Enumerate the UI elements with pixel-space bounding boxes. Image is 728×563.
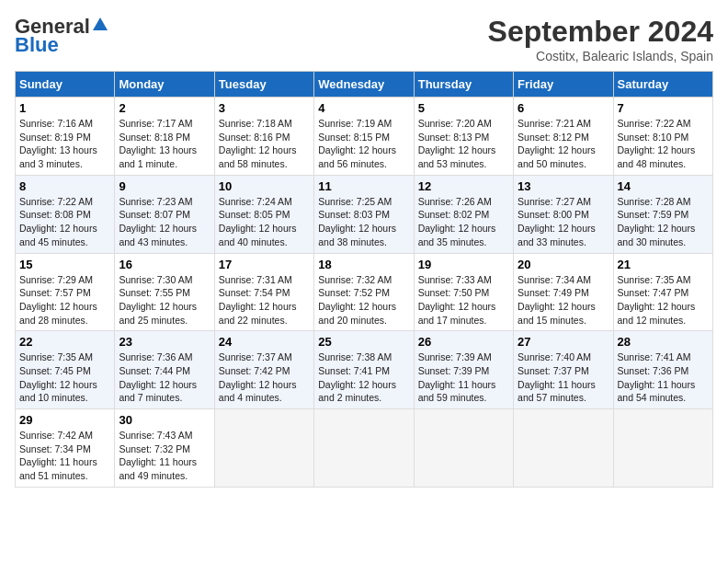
day-number: 11 bbox=[318, 179, 409, 193]
calendar-cell: 5Sunrise: 7:20 AMSunset: 8:13 PMDaylight… bbox=[414, 98, 513, 176]
day-detail: Sunrise: 7:18 AMSunset: 8:16 PMDaylight:… bbox=[219, 118, 297, 169]
calendar-cell bbox=[414, 409, 513, 488]
calendar-cell: 9Sunrise: 7:23 AMSunset: 8:07 PMDaylight… bbox=[115, 175, 214, 253]
calendar-cell: 14Sunrise: 7:28 AMSunset: 7:59 PMDayligh… bbox=[613, 175, 712, 253]
week-row-3: 15Sunrise: 7:29 AMSunset: 7:57 PMDayligh… bbox=[16, 253, 713, 331]
day-detail: Sunrise: 7:42 AMSunset: 7:34 PMDaylight:… bbox=[19, 430, 97, 481]
day-number: 12 bbox=[418, 179, 509, 193]
col-header-sunday: Sunday bbox=[16, 72, 115, 98]
day-detail: Sunrise: 7:22 AMSunset: 8:08 PMDaylight:… bbox=[19, 196, 97, 247]
day-detail: Sunrise: 7:27 AMSunset: 8:00 PMDaylight:… bbox=[518, 196, 596, 247]
calendar-cell: 4Sunrise: 7:19 AMSunset: 8:15 PMDaylight… bbox=[314, 98, 414, 176]
day-number: 15 bbox=[19, 258, 110, 271]
day-detail: Sunrise: 7:26 AMSunset: 8:02 PMDaylight:… bbox=[418, 196, 496, 247]
day-detail: Sunrise: 7:40 AMSunset: 7:37 PMDaylight:… bbox=[518, 351, 596, 403]
day-number: 20 bbox=[518, 258, 609, 271]
day-number: 24 bbox=[219, 335, 310, 349]
calendar-cell: 17Sunrise: 7:31 AMSunset: 7:54 PMDayligh… bbox=[214, 253, 313, 331]
calendar-cell: 22Sunrise: 7:35 AMSunset: 7:45 PMDayligh… bbox=[16, 331, 115, 409]
day-number: 2 bbox=[119, 101, 210, 115]
calendar-cell: 20Sunrise: 7:34 AMSunset: 7:49 PMDayligh… bbox=[514, 253, 613, 331]
day-detail: Sunrise: 7:35 AMSunset: 7:45 PMDaylight:… bbox=[19, 351, 97, 403]
calendar-cell: 11Sunrise: 7:25 AMSunset: 8:03 PMDayligh… bbox=[314, 175, 414, 253]
day-number: 10 bbox=[219, 179, 310, 193]
day-detail: Sunrise: 7:39 AMSunset: 7:39 PMDaylight:… bbox=[418, 351, 496, 403]
logo-blue-text: Blue bbox=[15, 33, 59, 57]
logo: General Blue bbox=[15, 15, 108, 57]
day-number: 19 bbox=[418, 258, 509, 271]
day-number: 30 bbox=[119, 413, 210, 427]
calendar-cell: 23Sunrise: 7:36 AMSunset: 7:44 PMDayligh… bbox=[115, 331, 214, 409]
page-header: General Blue September 2024 Costitx, Bal… bbox=[15, 15, 713, 63]
week-row-2: 8Sunrise: 7:22 AMSunset: 8:08 PMDaylight… bbox=[16, 175, 713, 253]
logo-icon bbox=[91, 16, 108, 32]
svg-marker-0 bbox=[93, 17, 108, 30]
calendar-cell: 12Sunrise: 7:26 AMSunset: 8:02 PMDayligh… bbox=[414, 175, 513, 253]
col-header-saturday: Saturday bbox=[613, 72, 712, 98]
day-number: 9 bbox=[119, 179, 210, 193]
col-header-thursday: Thursday bbox=[414, 72, 513, 98]
day-number: 1 bbox=[19, 101, 110, 115]
day-number: 4 bbox=[318, 101, 409, 115]
title-block: September 2024 Costitx, Balearic Islands… bbox=[488, 15, 713, 63]
day-detail: Sunrise: 7:19 AMSunset: 8:15 PMDaylight:… bbox=[318, 118, 396, 169]
day-detail: Sunrise: 7:34 AMSunset: 7:49 PMDaylight:… bbox=[518, 274, 596, 326]
day-detail: Sunrise: 7:38 AMSunset: 7:41 PMDaylight:… bbox=[318, 351, 396, 403]
day-detail: Sunrise: 7:41 AMSunset: 7:36 PMDaylight:… bbox=[618, 351, 696, 403]
calendar-cell bbox=[514, 409, 613, 488]
week-row-4: 22Sunrise: 7:35 AMSunset: 7:45 PMDayligh… bbox=[16, 331, 713, 409]
calendar-cell: 8Sunrise: 7:22 AMSunset: 8:08 PMDaylight… bbox=[16, 175, 115, 253]
calendar-cell: 16Sunrise: 7:30 AMSunset: 7:55 PMDayligh… bbox=[115, 253, 214, 331]
day-detail: Sunrise: 7:32 AMSunset: 7:52 PMDaylight:… bbox=[318, 274, 396, 326]
calendar-cell: 1Sunrise: 7:16 AMSunset: 8:19 PMDaylight… bbox=[16, 98, 115, 176]
day-number: 22 bbox=[19, 335, 110, 349]
calendar-cell: 29Sunrise: 7:42 AMSunset: 7:34 PMDayligh… bbox=[16, 409, 115, 488]
day-detail: Sunrise: 7:16 AMSunset: 8:19 PMDaylight:… bbox=[19, 118, 97, 169]
calendar-cell bbox=[214, 409, 313, 488]
day-number: 7 bbox=[618, 101, 709, 115]
day-number: 29 bbox=[19, 413, 110, 427]
day-detail: Sunrise: 7:17 AMSunset: 8:18 PMDaylight:… bbox=[119, 118, 197, 169]
calendar-cell: 15Sunrise: 7:29 AMSunset: 7:57 PMDayligh… bbox=[16, 253, 115, 331]
calendar-cell: 19Sunrise: 7:33 AMSunset: 7:50 PMDayligh… bbox=[414, 253, 513, 331]
day-number: 17 bbox=[219, 258, 310, 271]
day-number: 14 bbox=[618, 179, 709, 193]
header-row: SundayMondayTuesdayWednesdayThursdayFrid… bbox=[16, 72, 713, 98]
day-detail: Sunrise: 7:36 AMSunset: 7:44 PMDaylight:… bbox=[119, 351, 197, 403]
day-number: 3 bbox=[219, 101, 310, 115]
col-header-wednesday: Wednesday bbox=[314, 72, 414, 98]
day-detail: Sunrise: 7:43 AMSunset: 7:32 PMDaylight:… bbox=[119, 430, 197, 481]
calendar-cell: 28Sunrise: 7:41 AMSunset: 7:36 PMDayligh… bbox=[613, 331, 712, 409]
calendar-cell: 6Sunrise: 7:21 AMSunset: 8:12 PMDaylight… bbox=[514, 98, 613, 176]
col-header-friday: Friday bbox=[514, 72, 613, 98]
calendar-table: SundayMondayTuesdayWednesdayThursdayFrid… bbox=[15, 71, 713, 488]
day-detail: Sunrise: 7:30 AMSunset: 7:55 PMDaylight:… bbox=[119, 274, 197, 326]
day-detail: Sunrise: 7:28 AMSunset: 7:59 PMDaylight:… bbox=[618, 196, 696, 247]
calendar-cell: 21Sunrise: 7:35 AMSunset: 7:47 PMDayligh… bbox=[613, 253, 712, 331]
calendar-cell: 27Sunrise: 7:40 AMSunset: 7:37 PMDayligh… bbox=[514, 331, 613, 409]
calendar-cell bbox=[613, 409, 712, 488]
calendar-cell: 25Sunrise: 7:38 AMSunset: 7:41 PMDayligh… bbox=[314, 331, 414, 409]
day-number: 5 bbox=[418, 101, 509, 115]
subtitle: Costitx, Balearic Islands, Spain bbox=[488, 49, 713, 63]
day-detail: Sunrise: 7:35 AMSunset: 7:47 PMDaylight:… bbox=[618, 274, 696, 326]
day-number: 16 bbox=[119, 258, 210, 271]
calendar-cell: 2Sunrise: 7:17 AMSunset: 8:18 PMDaylight… bbox=[115, 98, 214, 176]
day-detail: Sunrise: 7:23 AMSunset: 8:07 PMDaylight:… bbox=[119, 196, 197, 247]
day-detail: Sunrise: 7:29 AMSunset: 7:57 PMDaylight:… bbox=[19, 274, 97, 326]
day-number: 8 bbox=[19, 179, 110, 193]
day-detail: Sunrise: 7:24 AMSunset: 8:05 PMDaylight:… bbox=[219, 196, 297, 247]
day-number: 26 bbox=[418, 335, 509, 349]
day-number: 23 bbox=[119, 335, 210, 349]
col-header-monday: Monday bbox=[115, 72, 214, 98]
day-number: 27 bbox=[518, 335, 609, 349]
calendar-cell: 24Sunrise: 7:37 AMSunset: 7:42 PMDayligh… bbox=[214, 331, 313, 409]
day-detail: Sunrise: 7:25 AMSunset: 8:03 PMDaylight:… bbox=[318, 196, 396, 247]
day-detail: Sunrise: 7:21 AMSunset: 8:12 PMDaylight:… bbox=[518, 118, 596, 169]
col-header-tuesday: Tuesday bbox=[214, 72, 313, 98]
day-number: 25 bbox=[318, 335, 409, 349]
day-detail: Sunrise: 7:31 AMSunset: 7:54 PMDaylight:… bbox=[219, 274, 297, 326]
week-row-1: 1Sunrise: 7:16 AMSunset: 8:19 PMDaylight… bbox=[16, 98, 713, 176]
week-row-5: 29Sunrise: 7:42 AMSunset: 7:34 PMDayligh… bbox=[16, 409, 713, 488]
main-title: September 2024 bbox=[488, 15, 713, 49]
